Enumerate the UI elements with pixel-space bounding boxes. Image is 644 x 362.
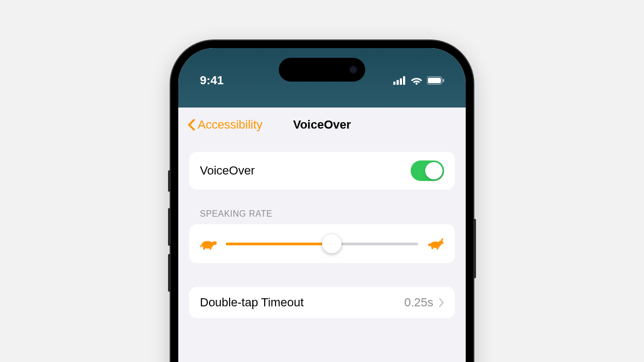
svg-rect-9 [216,242,217,243]
voiceover-toggle[interactable] [411,160,444,181]
svg-point-13 [439,241,444,245]
svg-rect-5 [428,78,441,83]
double-tap-timeout-row[interactable]: Double-tap Timeout 0.25s [189,287,455,318]
double-tap-value: 0.25s [404,296,433,310]
voiceover-toggle-group: VoiceOver [189,152,455,190]
hare-icon [427,238,444,250]
cellular-signal-icon [393,76,406,85]
settings-content: VoiceOver SPEAKING RATE [178,152,466,318]
double-tap-label: Double-tap Timeout [200,296,304,310]
speaking-rate-slider[interactable] [226,234,418,253]
svg-rect-2 [400,78,402,85]
svg-rect-3 [403,76,405,85]
volume-down-button[interactable] [168,254,171,292]
mute-switch[interactable] [168,170,171,192]
voiceover-toggle-label: VoiceOver [200,164,255,178]
chevron-right-icon [439,298,444,307]
slider-thumb[interactable] [322,234,341,253]
svg-rect-11 [210,247,212,250]
speaking-rate-group [189,224,455,263]
volume-up-button[interactable] [168,208,171,246]
svg-rect-10 [203,247,205,250]
dynamic-island [279,58,365,82]
phone-frame: 9:41 [171,41,473,362]
svg-point-7 [202,241,213,249]
phone-screen: 9:41 [178,48,466,362]
slider-fill [226,243,332,245]
speaking-rate-header: SPEAKING RATE [200,209,455,219]
back-button[interactable]: Accessibility [187,118,263,132]
svg-point-17 [428,244,431,246]
speaking-rate-row [189,224,455,263]
status-bar: 9:41 [178,48,466,108]
tortoise-icon [200,238,217,250]
chevron-left-icon [187,118,196,131]
double-tap-value-container: 0.25s [404,296,444,310]
svg-rect-0 [393,82,395,85]
navigation-bar: Accessibility VoiceOver [178,108,466,142]
svg-rect-1 [397,80,399,85]
toggle-knob [425,162,442,179]
page-title: VoiceOver [293,118,351,132]
status-icons [393,76,444,85]
power-button[interactable] [473,219,476,278]
double-tap-group: Double-tap Timeout 0.25s [189,287,455,318]
back-button-label: Accessibility [198,118,263,132]
front-camera [349,65,358,74]
status-time: 9:41 [200,73,224,88]
svg-rect-6 [443,79,445,82]
wifi-icon [411,76,422,85]
voiceover-toggle-row[interactable]: VoiceOver [189,152,455,190]
battery-icon [427,76,444,85]
